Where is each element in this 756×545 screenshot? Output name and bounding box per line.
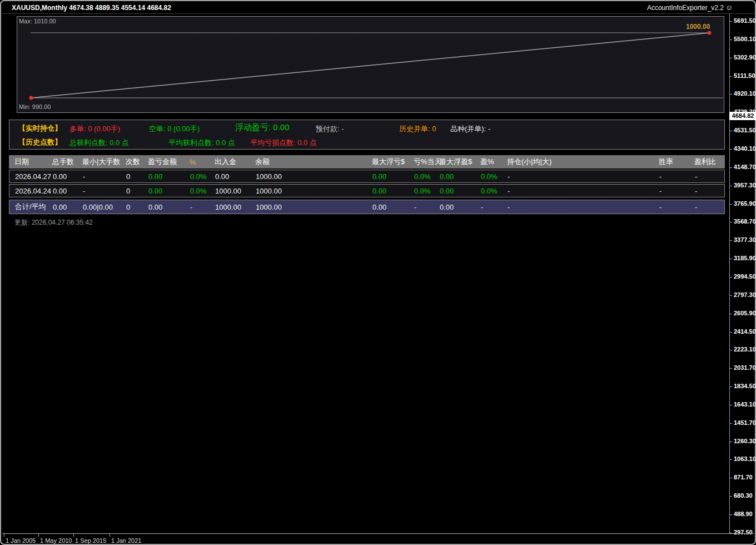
price-tick-mark (730, 442, 732, 442)
price-tick-label: 4920.10 (734, 90, 756, 97)
table-cell: 1000.00 (215, 203, 256, 211)
table-cell: 出入金 (215, 157, 255, 167)
table-cell: 0.0% (414, 172, 440, 181)
price-tick-label: 1643.10 (734, 401, 756, 408)
table-cell: 0.00 (148, 203, 190, 211)
table-cell: 0.00 (148, 187, 190, 195)
table-cell: - (695, 203, 720, 211)
table-cell: 1000.00 (256, 187, 372, 195)
equity-curve-panel: Max: 1010.00 1000.00 Min: 990.00 (17, 16, 724, 113)
table-cell: 0.00 (53, 172, 83, 181)
table-row: 2026.04.270.00-00.000.0%0.001000.000.000… (9, 170, 725, 183)
price-tick-label: 3377.30 (734, 236, 756, 243)
table-cell: 0.00 (372, 172, 414, 181)
terminal-window: XAUUSD,Monthly 4674.38 4889.35 4554.14 4… (0, 0, 756, 545)
table-body: 2026.04.270.00-00.000.0%0.001000.000.000… (9, 170, 725, 199)
price-tick-mark (730, 405, 732, 405)
price-tick-label: 4531.50 (734, 127, 756, 133)
table-cell: 0.00 (440, 172, 481, 181)
history-points-title: 【历史点数】 (18, 138, 62, 147)
table-cell: 0.0% (190, 172, 215, 181)
equity-line (31, 33, 709, 98)
time-tick-mark (4, 534, 4, 537)
avg-profit-points-label: 平均获利点数: 0.0 点 (168, 138, 235, 147)
table-cell: 亏%当天 (414, 157, 439, 167)
table-cell: 盈亏金额 (148, 157, 190, 167)
price-tick-label: 3765.90 (734, 200, 756, 207)
price-tick-label: 2031.70 (734, 364, 756, 371)
table-summary-row: 合计/平均0.000.00|0.0000.00-1000.001000.000.… (9, 200, 725, 214)
price-tick-label: 5302.90 (734, 54, 756, 61)
price-axis[interactable]: 5691.505500.105302.905111.504920.104728.… (729, 13, 756, 533)
time-axis[interactable]: 1 Jan 20051 May 20101 Sep 20151 Jan 2021 (2, 534, 728, 545)
table-cell: 2026.04.24 (15, 187, 53, 195)
table-cell: % (190, 158, 215, 166)
table-cell: 0.00 (53, 187, 83, 195)
chart-title: XAUUSD,Monthly 4674.38 4889.35 4554.14 4… (12, 4, 171, 12)
table-cell: 0.00|0.00 (83, 203, 126, 211)
table-cell: 盈% (480, 157, 507, 167)
floating-pl-label: 浮动盈亏: 0.00 (235, 123, 290, 132)
margin-label: 预付款: - (316, 125, 344, 133)
price-tick-mark (730, 350, 732, 350)
price-tick-label: 2797.30 (734, 291, 756, 298)
table-cell: 胜率 (659, 157, 694, 167)
time-tick-mark (73, 534, 74, 537)
price-tick-label: 3568.70 (734, 218, 756, 225)
price-tick-label: 871.70 (734, 474, 753, 480)
table-row: 2026.04.240.00-00.000.0%1000.001000.000.… (9, 184, 725, 197)
table-cell: 0 (126, 203, 148, 211)
table-cell: - (481, 203, 508, 211)
price-tick-label: 297.50 (734, 529, 753, 536)
table-cell: - (695, 172, 720, 181)
indicator-name: AccountInfoExporter_v2.2 (647, 4, 724, 12)
price-tick-mark (730, 204, 732, 205)
price-tick-mark (730, 240, 732, 241)
table-cell: - (83, 172, 126, 181)
table-cell: 0 (126, 187, 148, 195)
table-cell: 总手数 (52, 157, 82, 167)
price-tick-mark (730, 167, 732, 168)
table-cell: - (659, 187, 695, 195)
table-cell: - (659, 203, 695, 211)
price-tick-label: 1260.30 (734, 438, 756, 444)
update-timestamp: 更新: 2026.04.27 06:35:42 (14, 218, 93, 227)
price-tick-mark (730, 496, 732, 497)
table-cell: 2026.04.27 (15, 172, 53, 181)
max-label: Max: 1010.00 (19, 18, 56, 24)
symbol-merged-label: 品种(并单): - (450, 125, 490, 133)
table-cell: 0 (126, 172, 148, 181)
price-tick-label: 1063.10 (734, 455, 756, 462)
long-orders-label: 多单: 0 (0.00手) (69, 125, 120, 133)
total-profit-points-label: 总获利点数: 0.0 点 (69, 138, 129, 147)
price-tick-mark (730, 39, 732, 40)
price-tick-label: 1834.50 (734, 383, 756, 389)
history-merged-label: 历史并单: 0 (399, 125, 436, 133)
price-tick-mark (730, 259, 732, 259)
table-header-row: 日期总手数最小|大手数次数盈亏金额%出入金余额最大浮亏$亏%当天最大浮盈$盈%持… (9, 155, 725, 169)
last-value-label: 1000.00 (686, 23, 710, 31)
price-tick-label: 4148.70 (734, 164, 756, 170)
table-cell: 0.00 (372, 187, 414, 195)
table-cell: - (414, 203, 440, 211)
price-tick-mark (730, 76, 732, 77)
price-tick-mark (730, 332, 732, 333)
equity-curve-chart (17, 17, 724, 112)
price-tick-label: 3185.90 (734, 255, 756, 261)
price-tick-mark (730, 222, 732, 222)
table-cell: 0.0% (190, 187, 215, 195)
price-tick-mark (730, 149, 732, 150)
account-info-panel: 【实时持仓】 多单: 0 (0.00手) 空单: 0 (0.00手) 浮动盈亏:… (9, 120, 725, 150)
price-tick-mark (730, 58, 732, 58)
table-cell: 1000.00 (215, 187, 256, 195)
price-tick-mark (730, 459, 732, 460)
chart-area[interactable]: Max: 1010.00 1000.00 Min: 990.00 【实时持仓】 … (2, 14, 729, 533)
price-tick-mark (730, 314, 732, 314)
table-cell: 盈利比 (694, 157, 719, 167)
price-tick-mark (730, 131, 732, 131)
price-tick-mark (730, 295, 732, 296)
table-cell: 0.00 (148, 172, 190, 181)
table-cell: - (83, 187, 126, 195)
time-tick-mark (38, 534, 39, 537)
price-tick-label: 1451.70 (734, 419, 756, 426)
